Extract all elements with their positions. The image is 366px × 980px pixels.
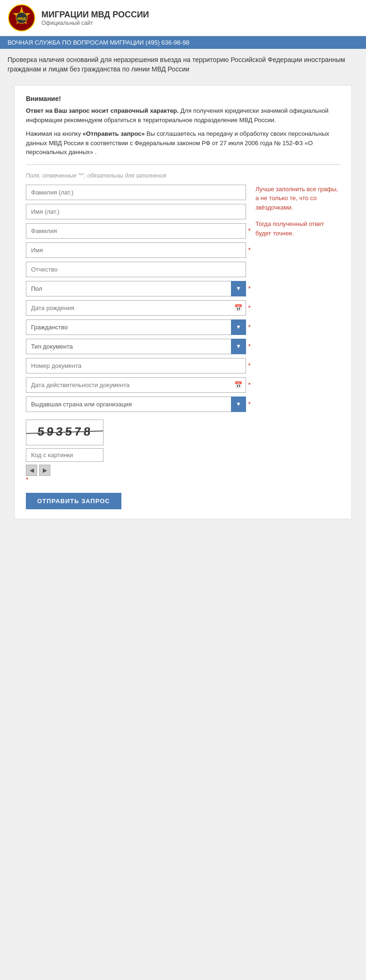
field-name-row: *	[26, 242, 246, 258]
hint-text1: Лучше заполнить все графы, а не только т…	[255, 185, 340, 212]
citizenship-select[interactable]: Гражданство	[26, 319, 246, 335]
hotline-text: ВОЧНАЯ СЛУЖБА ПО ВОПРОСАМ МИГРАЦИИ (495)…	[8, 39, 189, 46]
submit-button[interactable]: ОТПРАВИТЬ ЗАПРОС	[26, 493, 121, 509]
field-docnumber-row: *	[26, 358, 246, 373]
gender-select-wrapper: Пол Мужской Женский ▼	[26, 281, 246, 296]
captcha-prev-button[interactable]: ◀	[26, 465, 37, 476]
logo: МВД	[8, 4, 36, 32]
field-patronymic-row	[26, 262, 246, 277]
name-lat-input[interactable]	[26, 204, 246, 219]
page-title-text: Проверка наличия оснований для неразреше…	[8, 56, 345, 73]
docvalidity-wrapper: 📅	[26, 377, 246, 393]
issuing-required-star: *	[248, 400, 251, 408]
field-surname-lat-row	[26, 185, 246, 200]
field-birthdate-row: 📅 *	[26, 300, 246, 316]
field-surname-row: *	[26, 223, 246, 239]
field-issuing-row: Выдавшая страна или организация ▼ *	[26, 397, 246, 412]
attention-bold1: Ответ на Ваш запрос носит справочный хар…	[26, 107, 179, 114]
name-input[interactable]	[26, 242, 246, 258]
captcha-input[interactable]	[26, 448, 103, 462]
form-fields: * * Пол Мужской Же	[26, 185, 246, 509]
surname-lat-input[interactable]	[26, 185, 246, 200]
surname-required-star: *	[248, 227, 251, 234]
surname-input[interactable]	[26, 223, 246, 239]
form-wrapper: Внимание! Ответ на Ваш запрос носит спра…	[14, 85, 352, 519]
doctype-required-star: *	[248, 342, 251, 350]
header-title-sub: Официальный сайт	[41, 20, 149, 26]
name-required-star: *	[248, 246, 251, 254]
gender-required-star: *	[248, 285, 251, 292]
doctype-select[interactable]: Тип документа	[26, 339, 246, 354]
birthdate-input[interactable]	[26, 300, 246, 316]
captcha-required-star: *	[26, 476, 28, 483]
gender-select[interactable]: Пол Мужской Женский	[26, 281, 246, 296]
submit-section: ОТПРАВИТЬ ЗАПРОС	[26, 493, 246, 509]
captcha-value-display: 593578	[36, 425, 93, 439]
page-header: МВД МИГРАЦИИ МВД РОССИИ Официальный сайт	[0, 0, 366, 36]
field-name-lat-row	[26, 204, 246, 219]
attention-box: Внимание! Ответ на Ваш запрос носит спра…	[26, 95, 340, 157]
attention-bold2: «Отправить запрос»	[83, 130, 145, 137]
page-title: Проверка наличия оснований для неразреше…	[0, 49, 366, 80]
form-layout: * * Пол Мужской Же	[26, 185, 340, 509]
docvalidity-input[interactable]	[26, 377, 246, 393]
header-title-block: МИГРАЦИИ МВД РОССИИ Официальный сайт	[41, 10, 149, 26]
attention-text2: Нажимая на кнопку «Отправить запрос» Вы …	[26, 129, 340, 157]
docnumber-required-star: *	[248, 362, 251, 369]
patronymic-input[interactable]	[26, 262, 246, 277]
docvalidity-required-star: *	[248, 381, 251, 389]
citizenship-required-star: *	[248, 323, 251, 331]
field-docvalidity-row: 📅 *	[26, 377, 246, 393]
captcha-refresh-controls: ◀ ▶	[26, 465, 246, 476]
hint-text2: Тогда полученный ответ будет точнее.	[255, 219, 340, 238]
attention-text1: Ответ на Ваш запрос носит справочный хар…	[26, 106, 340, 124]
citizenship-select-wrapper: Гражданство ▼	[26, 319, 246, 335]
divider	[26, 164, 340, 165]
fields-note: Поля, отмеченные "*", обязательны для за…	[26, 172, 340, 179]
attention-pre2: Нажимая на кнопку	[26, 130, 83, 137]
captcha-next-button[interactable]: ▶	[39, 465, 50, 476]
birthdate-required-star: *	[248, 304, 251, 311]
issuing-select[interactable]: Выдавшая страна или организация	[26, 397, 246, 412]
form-hint: Лучше заполнить все графы, а не только т…	[255, 185, 340, 509]
field-citizenship-row: Гражданство ▼ *	[26, 319, 246, 335]
main-container: Внимание! Ответ на Ваш запрос носит спра…	[7, 80, 359, 529]
svg-text:МВД: МВД	[17, 16, 26, 21]
issuing-select-wrapper: Выдавшая страна или организация ▼	[26, 397, 246, 412]
attention-title: Внимание!	[26, 95, 340, 102]
doctype-select-wrapper: Тип документа ▼	[26, 339, 246, 354]
top-bar: ВОЧНАЯ СЛУЖБА ПО ВОПРОСАМ МИГРАЦИИ (495)…	[0, 36, 366, 49]
captcha-section: 593578 ◀ ▶ *	[26, 420, 246, 483]
docnumber-input[interactable]	[26, 358, 246, 373]
birthdate-wrapper: 📅	[26, 300, 246, 316]
logo-icon: МВД	[8, 4, 36, 32]
field-gender-row: Пол Мужской Женский ▼ *	[26, 281, 246, 296]
header-title-main: МИГРАЦИИ МВД РОССИИ	[41, 10, 149, 20]
captcha-image: 593578	[26, 420, 103, 445]
field-doctype-row: Тип документа ▼ *	[26, 339, 246, 354]
